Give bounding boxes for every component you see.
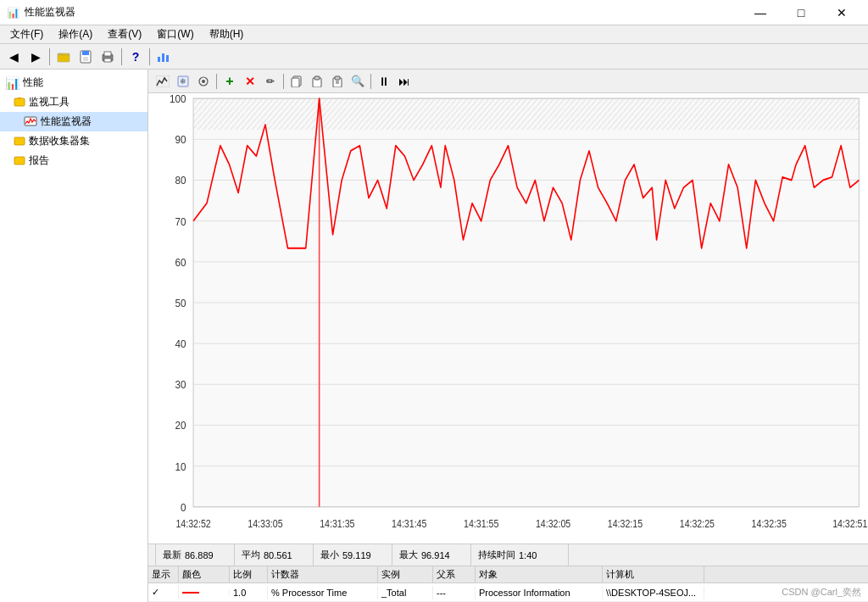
svg-rect-0 [58, 53, 70, 62]
pause-button[interactable]: ⏸ [375, 72, 393, 91]
toolbar-help-button[interactable]: ? [125, 47, 146, 67]
edit-counter-button[interactable]: ✏ [261, 72, 280, 91]
chart-tool-sep-1 [216, 74, 217, 89]
data-collector-label: 数据收集器集 [29, 134, 90, 148]
minimize-button[interactable]: — [741, 0, 780, 25]
forward-button[interactable]: ▶ [25, 47, 46, 67]
content-area: ❄ + ✕ ✏ 🔍 ⏸ ⏭ [148, 70, 868, 602]
svg-rect-24 [335, 76, 340, 80]
menu-action[interactable]: 操作(A) [52, 25, 99, 44]
stat-min-value: 59.119 [342, 550, 385, 560]
chart-options-button[interactable] [194, 72, 213, 91]
svg-text:10: 10 [175, 460, 186, 473]
close-button[interactable]: ✕ [822, 0, 861, 25]
copy-button[interactable] [287, 72, 306, 91]
menu-help[interactable]: 帮助(H) [203, 25, 251, 44]
chart-area: 100 90 80 70 60 50 40 30 20 10 0 [148, 93, 868, 543]
toolbar-chart-button[interactable] [153, 47, 174, 67]
menu-view[interactable]: 查看(V) [101, 25, 148, 44]
svg-text:60: 60 [175, 256, 186, 269]
stat-min-label: 最小 [320, 549, 339, 561]
chart-tool-sep-2 [283, 74, 284, 89]
menu-file[interactable]: 文件(F) [3, 25, 50, 44]
stat-duration-value: 1:40 [519, 550, 561, 560]
sidebar-item-perf-monitor[interactable]: 性能监视器 [0, 112, 147, 131]
perf-label: 性能 [23, 75, 43, 90]
monitor-tools-icon [14, 96, 25, 109]
toolbar-folder-button[interactable] [53, 47, 74, 67]
stats-bar: 最新 86.889 平均 80.561 最小 59.119 最大 96.914 … [148, 543, 868, 566]
svg-rect-13 [14, 157, 25, 164]
monitor-tools-label: 监视工具 [29, 95, 70, 109]
svg-rect-5 [104, 52, 111, 56]
back-button[interactable]: ◀ [3, 47, 24, 67]
sidebar-item-monitor-tools[interactable]: 监视工具 [0, 92, 147, 112]
th-ratio[interactable]: 比例 [230, 566, 268, 582]
stat-duration: 持续时间 1:40 [471, 544, 569, 566]
th-instance[interactable]: 实例 [378, 566, 433, 582]
add-counter-button[interactable]: + [220, 72, 239, 91]
paste-button[interactable] [308, 72, 326, 91]
stat-duration-label: 持续时间 [478, 549, 515, 561]
freeze-display-button[interactable]: ❄ [174, 72, 192, 91]
toolbar-separator-2 [121, 48, 122, 65]
toolbar-separator-3 [149, 48, 150, 65]
th-object[interactable]: 对象 [476, 566, 603, 582]
maximize-button[interactable]: □ [782, 0, 821, 25]
stat-avg: 平均 80.561 [235, 544, 314, 566]
next-frame-button[interactable]: ⏭ [395, 72, 414, 91]
td-computer: \\DESKTOP-4SEOJ... [603, 586, 704, 599]
red-line [182, 592, 199, 594]
table-header: 显示 颜色 比例 计数器 实例 父系 对象 计算机 [148, 566, 868, 583]
sidebar-item-report[interactable]: 报告 [0, 151, 147, 170]
svg-text:30: 30 [175, 378, 186, 391]
th-parent[interactable]: 父系 [433, 566, 476, 582]
checkbox-checked: ✓ [152, 587, 159, 598]
svg-rect-9 [166, 55, 169, 62]
th-computer[interactable]: 计算机 [603, 566, 704, 582]
stat-max: 最大 96.914 [392, 544, 471, 566]
perf-monitor-icon [24, 115, 37, 129]
th-counter[interactable]: 计数器 [268, 566, 378, 582]
svg-text:0: 0 [181, 501, 186, 514]
svg-text:40: 40 [175, 337, 186, 350]
menu-window[interactable]: 窗口(W) [150, 25, 200, 44]
sidebar-item-perf[interactable]: 📊 性能 [0, 73, 147, 92]
th-show[interactable]: 显示 [148, 566, 179, 582]
svg-rect-2 [82, 51, 89, 55]
main-container: 📊 性能 监视工具 性能监视器 数据收集器集 报告 [0, 70, 868, 602]
perf-monitor-label: 性能监视器 [41, 114, 92, 129]
title-bar-controls: — □ ✕ [741, 0, 861, 25]
td-counter: % Processor Time [268, 586, 378, 599]
toolbar-save-button[interactable] [75, 47, 96, 67]
chart-tool-sep-3 [370, 74, 371, 89]
app-icon: 📊 [7, 7, 19, 19]
data-collector-icon [14, 135, 25, 148]
magnify-button[interactable]: 🔍 [348, 72, 367, 91]
report-label: 报告 [29, 153, 49, 168]
paste2-button[interactable] [328, 72, 347, 91]
report-icon [14, 154, 25, 168]
table-row[interactable]: ✓ 1.0 % Processor Time _Total --- Proces… [148, 583, 868, 602]
svg-text:14:32:51: 14:32:51 [832, 519, 867, 530]
sidebar: 📊 性能 监视工具 性能监视器 数据收集器集 报告 [0, 70, 148, 602]
svg-text:70: 70 [175, 215, 186, 228]
chart-view-button[interactable] [153, 72, 172, 91]
svg-rect-20 [292, 78, 299, 87]
window-title: 性能监视器 [25, 5, 75, 20]
performance-chart: 100 90 80 70 60 50 40 30 20 10 0 [148, 93, 868, 543]
svg-text:80: 80 [175, 175, 186, 187]
svg-text:14:32:05: 14:32:05 [536, 519, 570, 530]
svg-rect-6 [104, 59, 111, 62]
sidebar-item-data-collector[interactable]: 数据收集器集 [0, 131, 147, 151]
td-object: Processor Information [476, 586, 603, 599]
svg-rect-8 [162, 53, 164, 62]
delete-counter-button[interactable]: ✕ [241, 72, 259, 91]
svg-text:❄: ❄ [180, 77, 186, 86]
th-color[interactable]: 颜色 [179, 566, 230, 582]
svg-point-18 [202, 80, 205, 83]
svg-text:14:32:15: 14:32:15 [608, 519, 643, 530]
svg-rect-10 [14, 98, 25, 106]
svg-text:50: 50 [175, 297, 186, 309]
toolbar-print-button[interactable] [97, 47, 118, 67]
